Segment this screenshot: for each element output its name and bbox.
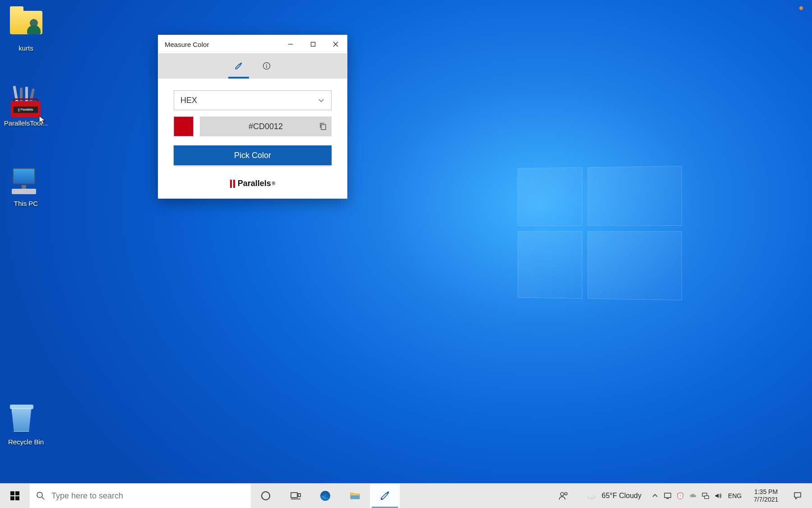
- windows-logo-backdrop: [517, 166, 676, 294]
- circle-icon: [260, 490, 272, 502]
- color-value-text: #CD0012: [249, 122, 283, 131]
- measure-color-window[interactable]: Measure Color: [158, 35, 347, 199]
- weather-text: 65°F Cloudy: [602, 492, 641, 500]
- folder-icon: [349, 490, 361, 502]
- task-view-icon: [290, 490, 301, 502]
- system-tray: 65°F Cloudy !: [578, 484, 812, 508]
- search-input[interactable]: [51, 491, 245, 501]
- titlebar[interactable]: Measure Color: [158, 35, 347, 53]
- desktop-icon-label: This PC: [0, 200, 52, 207]
- svg-rect-7: [321, 125, 326, 130]
- svg-rect-11: [291, 493, 297, 498]
- windows-icon: [10, 491, 19, 500]
- tab-picker[interactable]: [233, 53, 245, 79]
- desktop-icon-user-folder[interactable]: kurts: [0, 6, 52, 52]
- svg-rect-26: [705, 496, 709, 499]
- tray-clock[interactable]: 1:35 PM 7/7/2021: [745, 484, 787, 508]
- tray-volume[interactable]: [712, 484, 724, 508]
- taskbar-pinned: [251, 484, 400, 508]
- parallels-bars-icon: [230, 180, 235, 188]
- color-format-value: HEX: [180, 96, 197, 105]
- maximize-button[interactable]: [302, 35, 324, 53]
- task-task-view[interactable]: [281, 484, 310, 508]
- svg-point-18: [565, 493, 567, 495]
- toolbox-icon: || Parallels: [8, 86, 44, 117]
- tray-language[interactable]: ENG: [724, 484, 745, 508]
- tray-network[interactable]: [699, 484, 712, 508]
- tray-onedrive[interactable]: [687, 484, 699, 508]
- color-tool-icon: [379, 490, 391, 502]
- computer-icon: [8, 166, 44, 198]
- close-button[interactable]: [324, 35, 347, 53]
- task-cortana[interactable]: [251, 484, 281, 508]
- shield-warn-icon: !: [676, 492, 684, 500]
- recycle-bin-icon: [8, 405, 44, 436]
- task-edge[interactable]: [310, 484, 340, 508]
- screen-icon: [664, 492, 672, 500]
- svg-point-17: [560, 493, 563, 496]
- notification-icon: [793, 491, 802, 500]
- desktop-icon-this-pc[interactable]: This PC: [0, 166, 52, 207]
- task-file-explorer[interactable]: [340, 484, 370, 508]
- svg-point-16: [381, 498, 383, 500]
- start-button[interactable]: [0, 484, 30, 508]
- indicator-dot: [799, 6, 803, 10]
- tab-info[interactable]: [261, 53, 272, 79]
- svg-point-21: [591, 494, 595, 498]
- svg-line-9: [42, 497, 44, 499]
- svg-point-10: [262, 492, 270, 500]
- cloud-small-icon: [689, 492, 697, 500]
- color-picker-icon: [234, 61, 243, 70]
- pick-color-button[interactable]: Pick Color: [174, 145, 332, 165]
- window-title: Measure Color: [165, 41, 209, 48]
- tray-chevron[interactable]: [649, 484, 661, 508]
- edge-icon: [319, 490, 331, 502]
- search-icon: [36, 491, 45, 500]
- network-icon: [701, 492, 710, 500]
- cloud-icon: [586, 490, 597, 502]
- chevron-up-icon: [651, 492, 659, 500]
- svg-rect-1: [311, 42, 315, 47]
- desktop-icon-label: ParallelsTool...: [0, 119, 52, 127]
- tab-bar: [158, 53, 347, 79]
- svg-point-5: [266, 64, 267, 65]
- taskbar-search[interactable]: [30, 484, 251, 508]
- desktop[interactable]: kurts || Parallels ParallelsTool... This…: [0, 0, 812, 483]
- color-value-field[interactable]: #CD0012: [200, 117, 332, 136]
- task-people[interactable]: [549, 484, 578, 508]
- desktop-icon-parallels-toolbox[interactable]: || Parallels ParallelsTool...: [0, 86, 52, 127]
- tray-coherence[interactable]: [661, 484, 674, 508]
- desktop-icon-label: Recycle Bin: [0, 438, 52, 446]
- svg-rect-12: [298, 494, 300, 497]
- desktop-icon-label: kurts: [0, 44, 52, 52]
- tray-security[interactable]: !: [674, 484, 687, 508]
- info-icon: [262, 61, 271, 70]
- brand-label: Parallels®: [174, 179, 332, 188]
- color-swatch: [174, 117, 194, 136]
- tray-action-center[interactable]: [787, 484, 808, 508]
- desktop-icon-recycle-bin[interactable]: Recycle Bin: [0, 405, 52, 446]
- tray-weather[interactable]: 65°F Cloudy: [578, 484, 649, 508]
- speaker-icon: [714, 492, 722, 500]
- clock-time: 1:35 PM: [754, 488, 778, 496]
- taskbar: 65°F Cloudy !: [0, 483, 812, 508]
- people-icon: [558, 490, 569, 501]
- folder-icon: [10, 11, 42, 34]
- svg-rect-15: [351, 495, 360, 499]
- svg-rect-22: [664, 493, 671, 498]
- task-measure-color[interactable]: [370, 484, 400, 508]
- copy-button[interactable]: [319, 122, 327, 130]
- minimize-button[interactable]: [279, 35, 302, 53]
- clock-date: 7/7/2021: [754, 496, 779, 504]
- copy-icon: [319, 122, 327, 130]
- chevron-down-icon: [318, 97, 325, 104]
- color-format-select[interactable]: HEX: [174, 90, 332, 110]
- svg-text:!: !: [680, 494, 681, 498]
- svg-point-8: [37, 492, 42, 498]
